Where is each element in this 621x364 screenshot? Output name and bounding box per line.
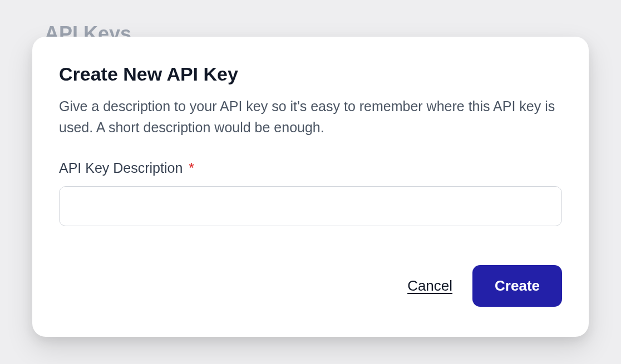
api-key-description-label: API Key Description * <box>59 160 562 176</box>
modal-title: Create New API Key <box>59 63 562 85</box>
modal-description: Give a description to your API key so it… <box>59 96 562 138</box>
cancel-button[interactable]: Cancel <box>407 277 452 295</box>
create-api-key-modal: Create New API Key Give a description to… <box>32 37 589 337</box>
modal-button-row: Cancel Create <box>59 265 562 307</box>
required-indicator: * <box>189 160 194 176</box>
api-key-description-input[interactable] <box>59 186 562 226</box>
field-label-text: API Key Description <box>59 160 183 176</box>
create-button[interactable]: Create <box>472 265 562 307</box>
